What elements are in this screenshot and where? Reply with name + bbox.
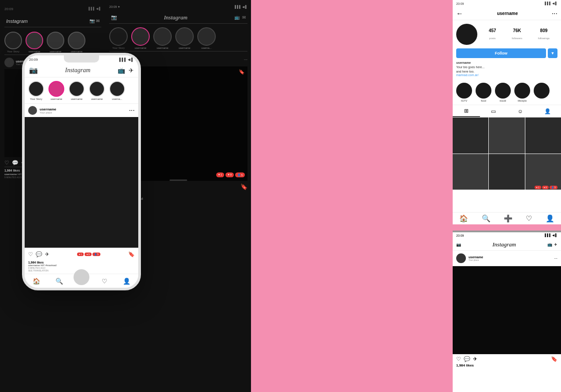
highlight-food[interactable]: food	[476, 83, 491, 102]
profile2-avatar	[456, 253, 466, 263]
story-4[interactable]: userna...	[109, 81, 125, 100]
like-icon[interactable]: ♡	[28, 251, 33, 257]
follow-button-row: Follow ▼	[456, 48, 557, 58]
profile-header: ← username ···	[453, 7, 561, 20]
highlights-row: IGTV food travel lifestyle	[453, 80, 561, 105]
profile-tabs: ⊞ ▭ ☺ 👤	[453, 105, 561, 117]
profile2-send[interactable]: ✈	[554, 242, 557, 247]
profile2-options[interactable]: ···	[554, 256, 557, 260]
profile-grid	[453, 117, 561, 190]
profile2-status: 20:09 ▌▌▌ ◀ ▌	[453, 232, 561, 238]
highlight-igtv[interactable]: IGTV	[456, 83, 472, 102]
story-circle-1	[48, 81, 64, 97]
home-nav-icon[interactable]: 🏠	[33, 278, 40, 285]
tab-tagged[interactable]: ☺	[507, 105, 534, 117]
story-label-your: Your Story	[30, 98, 42, 100]
save-icon[interactable]: 🔖	[128, 251, 135, 257]
search-nav-icon[interactable]: 🔍	[55, 278, 63, 285]
stories-row: Your Story username username username us…	[25, 77, 138, 104]
story-circle-3	[89, 81, 105, 97]
story-circle-your	[28, 81, 44, 97]
post-likes: 1,984 likes	[28, 261, 135, 264]
highlight-circle-food	[476, 83, 491, 99]
header-icons: 📺 ✈	[118, 67, 134, 74]
send-icon[interactable]: ✈	[129, 67, 134, 74]
profile-screen-top-right: 20:09 ▌▌▌ ◀ ▌ ← username ··· 457 posts 7…	[453, 0, 561, 224]
share-icon[interactable]: ✈	[45, 251, 49, 257]
story-label-4: userna...	[112, 98, 122, 100]
ig-header: 📷 Instagram 📺 ✈	[25, 63, 138, 77]
profile2-share-icon[interactable]: ✈	[473, 356, 477, 362]
profile-add-nav[interactable]: ➕	[504, 214, 513, 223]
profile2-header: 📷 Instagram 📺 ✈	[453, 238, 561, 251]
post-options-icon[interactable]: ···	[129, 106, 135, 114]
instagram-feed-screen: 20:09 ▌▌▌ ◀ ▌ 📷 Instagram 📺 ✈ Your Story	[25, 55, 138, 288]
profile2-user-row: username Your place ···	[453, 251, 561, 266]
comment-icon[interactable]: 💬	[36, 251, 42, 257]
camera-icon[interactable]: 📷	[29, 66, 38, 74]
profile2-like-icon[interactable]: ♡	[456, 356, 461, 362]
profile2-image	[453, 266, 561, 354]
story-your[interactable]: Your Story	[28, 81, 44, 100]
story-label-1: username	[51, 98, 63, 100]
phone-screen: 20:09 ▌▌▌ ◀ ▌ 📷 Instagram 📺 ✈ Your Story	[25, 55, 138, 288]
grid-cell-3	[525, 117, 561, 153]
like-badge: ♥ 1	[77, 253, 84, 256]
follow-button[interactable]: Follow	[456, 48, 546, 58]
phone-home-button[interactable]	[74, 269, 89, 285]
profile-search-nav[interactable]: 🔍	[482, 214, 491, 223]
profile2-comment-icon[interactable]: 💬	[464, 356, 470, 362]
profile2-left-actions: ♡ 💬 ✈	[456, 356, 477, 362]
post-user-info: username Your place	[40, 107, 56, 114]
posts-label: posts	[489, 37, 495, 40]
followers-count: 76K	[512, 28, 522, 33]
highlight-more[interactable]	[534, 83, 550, 102]
header-logo: Instagram	[65, 67, 91, 74]
profile2-header-icons: 📺 ✈	[547, 242, 557, 247]
tab-list[interactable]: ▭	[480, 105, 507, 117]
highlight-label-travel: travel	[500, 99, 506, 102]
tab-grid[interactable]: ⊞	[453, 105, 480, 117]
story-3[interactable]: username	[89, 81, 105, 100]
profile-main: 457 posts 76K followers 809 followings F…	[453, 20, 561, 80]
bio-link[interactable]: marinad.com.ar/	[456, 73, 557, 77]
highlight-circle-igtv	[456, 83, 472, 99]
profile-nav-icon[interactable]: 👤	[123, 278, 130, 285]
post-user: username Your place	[28, 106, 56, 115]
profile-status-icons: ▌▌▌ ◀ ▌	[545, 2, 557, 5]
post-header: username Your place ···	[25, 104, 138, 117]
following-count: 809	[538, 28, 550, 33]
tab-igtv[interactable]: 👤	[534, 105, 561, 117]
profile2-tv[interactable]: 📺	[547, 242, 552, 247]
notification-badges: ♥ 1 ♥ 9 👤 5	[77, 253, 100, 256]
story-label-3: username	[91, 98, 103, 100]
back-icon[interactable]: ←	[456, 10, 463, 18]
more-icon[interactable]: ···	[552, 10, 557, 18]
heart-nav-icon[interactable]: ♡	[102, 278, 107, 285]
highlight-label-food: food	[481, 99, 486, 102]
status-time: 20:09	[29, 58, 38, 62]
story-1[interactable]: username	[48, 81, 64, 100]
profile-stats-row: 457 posts 76K followers 809 followings	[456, 24, 557, 45]
grid-cell-2	[489, 117, 524, 153]
profile-avatar	[456, 24, 477, 45]
follow-dropdown[interactable]: ▼	[548, 48, 557, 58]
bio-text: username Your bio goes here... and here …	[456, 61, 557, 73]
profile2-save-icon[interactable]: 🔖	[551, 356, 557, 362]
story-2[interactable]: username	[69, 81, 85, 100]
profile2-camera[interactable]: 📷	[456, 242, 461, 247]
profile-home-nav[interactable]: 🏠	[459, 214, 468, 223]
highlight-lifestyle[interactable]: lifestyle	[514, 83, 530, 102]
grid-badge-2: ♥ 9	[542, 186, 549, 189]
grid-notification-badges: ♥ 1 ♥ 9 👤 5	[535, 186, 557, 189]
profile2-subtitle: Your place	[469, 259, 483, 261]
profile-heart-nav[interactable]: ♡	[526, 214, 532, 223]
profile-screen-bottom-right: 20:09 ▌▌▌ ◀ ▌ 📷 Instagram 📺 ✈ username Y…	[453, 231, 561, 392]
highlight-circle-more	[534, 83, 550, 99]
grid-cell-5	[489, 154, 524, 190]
profile-user-nav[interactable]: 👤	[546, 214, 554, 223]
tv-icon[interactable]: 📺	[118, 67, 125, 74]
profile2-logo: Instagram	[492, 241, 516, 248]
highlight-travel[interactable]: travel	[495, 83, 511, 102]
profile-bottom-nav: 🏠 🔍 ➕ ♡ 👤	[453, 212, 561, 224]
